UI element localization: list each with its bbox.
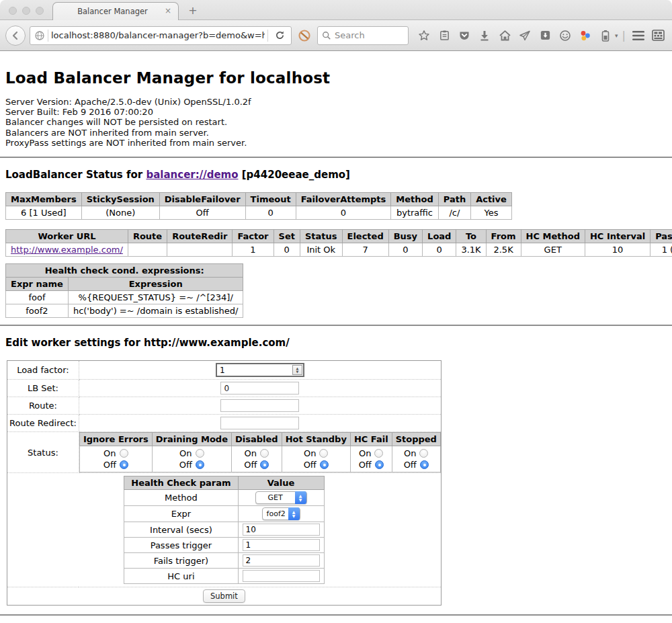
radio-hc-fail-off[interactable] <box>375 460 384 469</box>
expr-select[interactable]: foof2 ▲▼ <box>262 507 300 520</box>
route-redirect-input[interactable] <box>220 417 299 429</box>
col-route: Route <box>128 230 167 243</box>
downloads-icon[interactable] <box>476 27 493 44</box>
colored-dots-icon[interactable] <box>577 27 594 44</box>
hc-method-label: Method <box>124 490 238 506</box>
radio-ignore-errors-off[interactable] <box>120 460 128 469</box>
spinner-down-icon[interactable]: ▼ <box>296 370 298 374</box>
radio-stopped-on[interactable] <box>419 449 428 458</box>
balancer-status-row: 6 [1 Used] (None) Off 0 0 bytraffic /c/ … <box>6 206 512 220</box>
col-elected: Elected <box>342 230 388 243</box>
balancer-heading-prefix: LoadBalancer Status for <box>5 169 146 181</box>
cell-hc-method: GET <box>521 243 585 257</box>
col-routeredir: RouteRedir <box>167 230 233 243</box>
search-icon <box>322 31 331 40</box>
radio-hc-fail-on[interactable] <box>374 449 383 458</box>
balancer-link[interactable]: balancer://demo <box>146 169 238 181</box>
on-label: On <box>304 448 316 458</box>
radio-hot-standby-off[interactable] <box>320 460 329 469</box>
balancer-status-heading: LoadBalancer Status for balancer://demo … <box>5 169 667 181</box>
select-stepper-icon: ▲▼ <box>295 491 306 504</box>
persist-notice-line: Balancer changes will NOT be persisted o… <box>5 117 672 127</box>
hc-passes-input[interactable] <box>243 539 320 551</box>
status-cell-hot-standby: On Off <box>282 446 350 472</box>
server-built-line: Server Built: Feb 9 2016 07:00:20 <box>5 107 672 117</box>
worker-row: http://www.example.com/ 1 0 Init Ok 7 0 … <box>6 243 672 257</box>
col-hc-fail: HC Fail <box>350 433 392 446</box>
hc-interval-input[interactable] <box>243 524 320 536</box>
hc-uri-input[interactable] <box>243 570 320 582</box>
search-input[interactable] <box>335 30 398 40</box>
cell-status: Init Ok <box>300 243 342 257</box>
hc-method-row: Method GET ▲▼ <box>124 490 324 506</box>
radio-draining-mode-off[interactable] <box>196 460 204 469</box>
col-timeout: Timeout <box>245 193 296 206</box>
url-input[interactable] <box>51 30 265 40</box>
content-blocked-icon[interactable] <box>296 27 313 44</box>
radio-ignore-errors-on[interactable] <box>120 449 128 458</box>
back-button[interactable] <box>5 26 26 46</box>
col-ignore-errors: Ignore Errors <box>79 433 152 446</box>
extension-box-icon[interactable] <box>536 27 554 44</box>
off-label: Off <box>404 460 417 470</box>
edit-worker-form: Load factor: ▲▼ LB Set: Route: Route Red… <box>7 360 442 606</box>
lb-set-input[interactable] <box>220 382 299 394</box>
cell-active: Yes <box>471 206 512 220</box>
window-controls[interactable] <box>9 7 44 15</box>
bookmark-star-icon[interactable] <box>415 27 433 44</box>
browser-tab[interactable]: Balancer Manager × <box>52 2 179 20</box>
col-hot-standby: Hot Standby <box>282 433 350 446</box>
route-input[interactable] <box>220 399 299 412</box>
hc-fails-row: Fails trigger) <box>124 553 324 569</box>
reload-button[interactable] <box>271 27 288 44</box>
number-spinner-icon[interactable]: ▲▼ <box>292 365 302 375</box>
reading-list-icon[interactable] <box>435 27 453 44</box>
hc-conditions-title: Health check cond. expressions: <box>6 264 243 278</box>
overflow-caret-icon[interactable]: ▾ <box>615 32 618 39</box>
battery-icon[interactable] <box>597 27 614 44</box>
send-icon[interactable] <box>516 27 534 44</box>
new-tab-button[interactable]: + <box>185 4 200 17</box>
radio-stopped-off[interactable] <box>420 460 429 469</box>
url-bar[interactable] <box>30 26 292 45</box>
radio-disabled-on[interactable] <box>260 449 269 458</box>
select-stepper-icon: ▲▼ <box>288 507 300 520</box>
divider-rule-1 <box>0 157 672 158</box>
cell-hc-interval: 10 <box>585 243 650 257</box>
urlbar-divider2 <box>267 30 268 42</box>
search-bar[interactable] <box>317 26 409 45</box>
window-zoom-button[interactable] <box>36 7 44 15</box>
hc-fails-input[interactable] <box>243 554 320 567</box>
chat-smiley-icon[interactable] <box>556 27 574 44</box>
hc-interval-row: Interval (secs) <box>124 522 324 538</box>
menu-hamburger-icon[interactable] <box>630 27 647 44</box>
hc-params-table: Health Check param Value Method GET ▲▼ <box>124 476 324 584</box>
col-from: From <box>486 230 521 243</box>
route-redirect-row: Route Redirect: <box>7 415 442 432</box>
hc-passes-row: Passes trigger <box>124 538 324 553</box>
worker-url-link[interactable]: http://www.example.com/ <box>11 245 123 255</box>
radio-hot-standby-on[interactable] <box>319 449 328 458</box>
radio-draining-mode-on[interactable] <box>196 449 204 458</box>
navigation-toolbar: ▾ | <box>0 20 672 51</box>
grid-icon[interactable] <box>650 27 667 44</box>
radio-disabled-off[interactable] <box>260 460 269 469</box>
home-icon[interactable] <box>496 27 513 44</box>
on-label: On <box>245 448 257 458</box>
on-label: On <box>359 448 371 458</box>
window-minimize-button[interactable] <box>22 7 30 15</box>
col-status: Status <box>300 230 342 243</box>
tab-close-icon[interactable]: × <box>163 6 173 17</box>
pocket-icon[interactable] <box>456 27 473 44</box>
method-select[interactable]: GET ▲▼ <box>255 491 307 504</box>
window-close-button[interactable] <box>9 7 17 15</box>
edit-worker-heading: Edit worker settings for http://www.exam… <box>5 337 667 349</box>
proxypass-notice-line: ProxyPass settings are NOT inherited fro… <box>5 138 672 148</box>
tab-title: Balancer Manager <box>53 7 163 16</box>
browser-window: Balancer Manager × + <box>0 0 672 623</box>
cell-set: 0 <box>274 243 300 257</box>
submit-button[interactable]: Submit <box>203 589 245 603</box>
cell-route <box>128 243 167 257</box>
off-label: Off <box>179 460 192 470</box>
load-factor-input[interactable] <box>220 366 292 375</box>
